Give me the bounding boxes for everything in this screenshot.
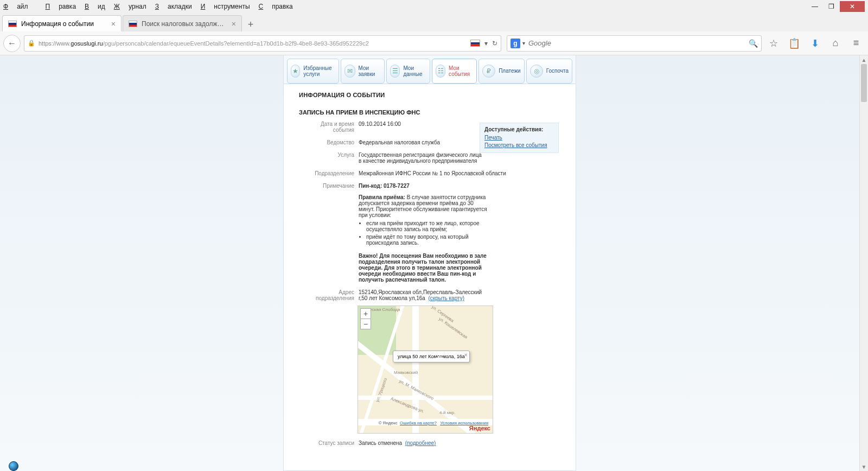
- browser-tab-active[interactable]: Информация о событии ×: [2, 15, 122, 31]
- browser-tabstrip: Информация о событии × Поиск налоговых з…: [0, 13, 868, 31]
- window-maximize-button[interactable]: ❐: [824, 1, 839, 12]
- downloads-icon[interactable]: ⬇: [806, 35, 824, 52]
- url-bar[interactable]: 🔒 https://www.gosuslugi.ru/pgu/personcab…: [24, 35, 501, 52]
- tab-close-icon[interactable]: ×: [232, 20, 236, 28]
- lock-icon: 🔒: [28, 40, 35, 47]
- google-icon: g: [510, 39, 520, 48]
- search-input[interactable]: [528, 39, 749, 47]
- menu-tools[interactable]: Инструменты: [201, 3, 250, 10]
- bookmark-star-icon[interactable]: ☆: [765, 35, 782, 52]
- hamburger-menu-icon[interactable]: ≡: [847, 35, 865, 52]
- browser-toolbar: ← 🔒 https://www.gosuslugi.ru/pgu/personc…: [0, 31, 868, 55]
- url-path: /pgu/personcab/calendar/equeueEventDetai…: [103, 40, 369, 47]
- menu-bookmarks[interactable]: Закладки: [155, 3, 192, 10]
- search-engine-dropdown-icon[interactable]: ▾: [522, 40, 525, 46]
- menu-edit[interactable]: Правка: [46, 3, 76, 10]
- clipboard-icon[interactable]: 📋: [786, 35, 803, 52]
- menu-view[interactable]: Вид: [85, 3, 105, 10]
- browser-tab-inactive[interactable]: Поиск налоговых задолж… ×: [123, 15, 242, 31]
- russia-flag-icon: [8, 21, 17, 27]
- window-close-button[interactable]: ✕: [840, 1, 865, 12]
- tab-title: Поиск налоговых задолж…: [142, 20, 228, 28]
- tab-title: Информация о событии: [21, 20, 108, 28]
- search-icon[interactable]: 🔍: [749, 39, 758, 48]
- search-box[interactable]: g ▾ 🔍: [507, 35, 762, 52]
- menu-help[interactable]: Справка: [259, 3, 293, 10]
- url-host: gosuslugi.ru: [71, 40, 103, 47]
- menu-history[interactable]: Журнал: [114, 3, 146, 10]
- russia-flag-icon: [129, 21, 137, 27]
- back-button[interactable]: ←: [3, 35, 21, 52]
- home-icon[interactable]: ⌂: [827, 35, 844, 52]
- tab-close-icon[interactable]: ×: [111, 20, 116, 28]
- reload-icon[interactable]: ↻: [492, 40, 497, 47]
- new-tab-button[interactable]: +: [243, 17, 258, 31]
- russia-flag-icon: [470, 40, 480, 47]
- url-dropdown-icon[interactable]: ▾: [484, 40, 488, 47]
- menu-file[interactable]: Файл: [3, 3, 37, 10]
- window-minimize-button[interactable]: —: [807, 1, 822, 12]
- url-scheme: https://www.: [39, 40, 71, 47]
- browser-menubar: Файл Правка Вид Журнал Закладки Инструме…: [0, 0, 868, 13]
